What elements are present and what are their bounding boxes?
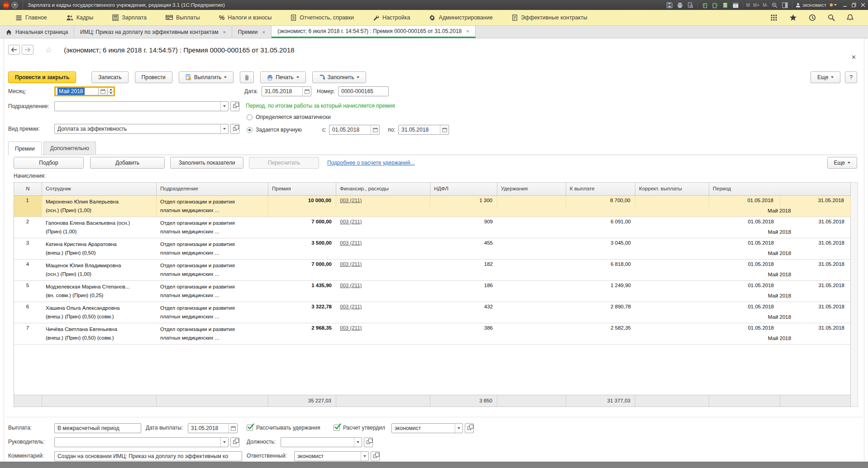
table-row[interactable]: 7 Чичёва Светлана Евгеньевна(внеш.) (При… bbox=[14, 323, 850, 345]
system-menu-button[interactable] bbox=[11, 2, 18, 9]
period-manual-radio[interactable]: Задается вручную bbox=[247, 127, 302, 133]
close-tab-icon[interactable]: × bbox=[262, 29, 265, 35]
cell-period-from[interactable]: 01.05.2018 bbox=[709, 323, 780, 334]
split-view-icon[interactable] bbox=[782, 1, 789, 9]
column-header-deductions[interactable]: Удержания bbox=[497, 183, 566, 195]
cell-corrections[interactable] bbox=[635, 281, 709, 292]
premium-type-open-button[interactable] bbox=[230, 124, 239, 134]
zoom-icon[interactable] bbox=[771, 1, 778, 9]
close-tab-icon[interactable]: × bbox=[466, 28, 469, 34]
cell-department[interactable]: Отдел организации и развитияплатных меди… bbox=[157, 238, 268, 259]
column-header-ndfl[interactable]: НДФЛ bbox=[430, 183, 497, 195]
cell-to-pay[interactable]: 2 890,78 bbox=[566, 302, 635, 313]
table-row[interactable]: 3 Катина Кристина Араратовна(внеш.) (При… bbox=[14, 238, 850, 260]
financing-link[interactable]: 003 (211) bbox=[340, 283, 362, 288]
help-button[interactable]: ? bbox=[845, 71, 857, 83]
all-functions-icon[interactable] bbox=[770, 14, 777, 21]
dropdown-icon[interactable] bbox=[354, 438, 362, 447]
cell-period-month[interactable]: Май 2018 bbox=[709, 292, 851, 302]
memory-recall-button[interactable]: M bbox=[746, 3, 750, 8]
cell-ndfl[interactable]: 1 300 bbox=[430, 196, 497, 207]
table-row[interactable]: 5 Модзелевская Марина Степанов...(вн. со… bbox=[14, 281, 850, 302]
cell-period-to[interactable]: 31.05.2018 bbox=[780, 238, 851, 249]
cell-to-pay[interactable]: 6 818,00 bbox=[566, 260, 635, 270]
column-header-period[interactable]: Период bbox=[709, 183, 851, 195]
print-button[interactable]: Печать bbox=[260, 71, 305, 83]
close-tab-icon[interactable]: × bbox=[223, 29, 225, 35]
menu-item-hr[interactable]: Кадры bbox=[57, 10, 103, 25]
favorite-star-icon[interactable]: ☆ bbox=[45, 45, 52, 55]
post-and-close-button[interactable]: Провести и закрыть bbox=[8, 71, 76, 83]
payment-field[interactable]: В межрасчетный период bbox=[54, 423, 141, 433]
column-header-corrections[interactable]: Коррект. выплаты bbox=[635, 183, 709, 195]
cell-period-from[interactable]: 01.05.2018 bbox=[709, 217, 780, 228]
cell-period-from[interactable]: 01.05.2018 bbox=[709, 196, 780, 207]
position-field[interactable] bbox=[281, 437, 362, 447]
save-icon[interactable] bbox=[666, 1, 673, 9]
restore-button[interactable] bbox=[852, 3, 856, 7]
add-button[interactable]: Добавить bbox=[90, 157, 165, 169]
cell-to-pay[interactable]: 1 249,90 bbox=[566, 281, 635, 292]
memory-minus-button[interactable]: M- bbox=[763, 3, 768, 8]
grid-more-button[interactable]: Еще bbox=[827, 157, 857, 169]
cell-period-to[interactable]: 31.05.2018 bbox=[780, 323, 851, 334]
column-header-premium[interactable]: Премия bbox=[268, 183, 336, 195]
cell-period-from[interactable]: 01.05.2018 bbox=[709, 281, 780, 292]
menu-item-reports[interactable]: Отчетность, справки bbox=[281, 10, 363, 25]
minimize-button[interactable] bbox=[843, 3, 847, 7]
post-button[interactable]: Провести bbox=[135, 71, 172, 83]
date-field[interactable]: 31.05.2018 bbox=[262, 86, 311, 96]
attachments-button[interactable] bbox=[240, 71, 254, 83]
menu-item-taxes[interactable]: % Налоги и взносы bbox=[210, 10, 281, 25]
menu-item-salary[interactable]: Зарплата bbox=[103, 10, 156, 25]
menu-item-administration[interactable]: Администрирование bbox=[420, 10, 502, 25]
tab-home[interactable]: Начальная страница bbox=[0, 26, 74, 38]
cell-corrections[interactable] bbox=[635, 196, 709, 207]
approved-by-open-button[interactable] bbox=[465, 423, 474, 433]
calendar-icon[interactable] bbox=[440, 125, 448, 134]
premium-type-field[interactable]: Доплата за эффективность bbox=[54, 124, 229, 134]
cell-employee[interactable]: Хашина Ольга Александровна(внеш.) (Прин)… bbox=[42, 302, 157, 323]
column-header-financing[interactable]: Финансир., расходы bbox=[336, 183, 430, 195]
grid-scrollbar[interactable] bbox=[851, 182, 858, 407]
cell-ndfl[interactable]: 432 bbox=[430, 302, 497, 313]
notifications-icon[interactable] bbox=[847, 14, 854, 21]
dropdown-icon[interactable] bbox=[220, 438, 228, 447]
cell-department[interactable]: Отдел организации и развитияплатных меди… bbox=[157, 302, 268, 323]
financing-link[interactable]: 003 (211) bbox=[340, 198, 362, 203]
cell-corrections[interactable] bbox=[635, 260, 709, 270]
cell-period-month[interactable]: Май 2018 bbox=[709, 334, 851, 344]
cell-premium[interactable]: 10 000,00 bbox=[268, 196, 336, 207]
cell-deductions[interactable] bbox=[497, 302, 566, 313]
period-to-field[interactable]: 31.05.2018 bbox=[398, 125, 449, 135]
cell-premium[interactable]: 1 435,90 bbox=[268, 281, 336, 292]
cell-period-to[interactable]: 31.05.2018 bbox=[780, 196, 851, 207]
calendar-icon[interactable]: 31 bbox=[732, 1, 739, 9]
cell-employee[interactable]: Мироненко Юлия Валерьевна(осн.) (Прин) (… bbox=[42, 196, 157, 217]
search-icon[interactable] bbox=[828, 14, 835, 21]
cell-department[interactable]: Отдел организации и развитияплатных меди… bbox=[157, 196, 268, 217]
cell-period-to[interactable]: 31.05.2018 bbox=[780, 260, 851, 270]
calculator-icon[interactable] bbox=[722, 1, 729, 9]
cell-period-month[interactable]: Май 2018 bbox=[709, 270, 851, 280]
print-icon[interactable] bbox=[677, 1, 684, 9]
current-user-button[interactable]: экономист bbox=[796, 2, 826, 8]
cell-premium[interactable]: 3 322,78 bbox=[268, 302, 336, 313]
cell-period-from[interactable]: 01.05.2018 bbox=[709, 260, 780, 270]
table-row[interactable]: 2 Гапонова Елена Васильевна (осн.)(Прин)… bbox=[14, 217, 850, 238]
cell-financing[interactable]: 003 (211) bbox=[336, 217, 430, 228]
manager-open-button[interactable] bbox=[230, 437, 239, 447]
table-row[interactable]: 4 Мащенок Юлия Владимировна(осн.) (Прин)… bbox=[14, 260, 850, 281]
cell-period-month[interactable]: Май 2018 bbox=[709, 313, 851, 323]
position-open-button[interactable] bbox=[364, 437, 373, 447]
month-stepper[interactable] bbox=[107, 87, 114, 95]
cell-financing[interactable]: 003 (211) bbox=[336, 238, 430, 249]
cell-premium[interactable]: 3 500,00 bbox=[268, 238, 336, 249]
cell-premium[interactable]: 7 000,00 bbox=[268, 217, 336, 228]
cell-period-month[interactable]: Май 2018 bbox=[709, 249, 851, 259]
approved-checkbox[interactable] bbox=[334, 425, 340, 431]
cell-deductions[interactable] bbox=[497, 260, 566, 270]
department-open-button[interactable] bbox=[230, 101, 239, 111]
cell-deductions[interactable] bbox=[497, 323, 566, 334]
column-header-department[interactable]: Подразделение bbox=[157, 183, 268, 195]
